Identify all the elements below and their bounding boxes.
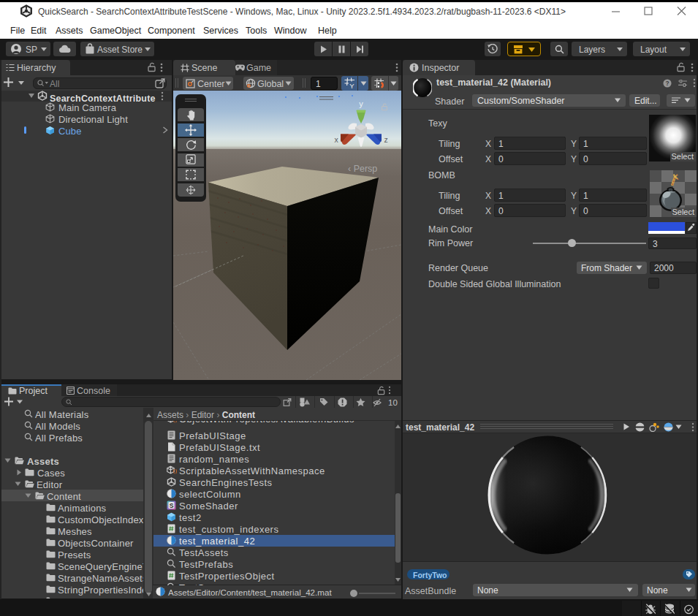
svg-text:z: z — [384, 135, 387, 144]
svg-text:x: x — [334, 135, 338, 144]
svg-text:y: y — [359, 99, 363, 108]
svg-text:‹ Persp: ‹ Persp — [348, 164, 377, 174]
svg-text:Select: Select — [671, 152, 694, 161]
svg-text:Y: Y — [349, 82, 354, 90]
svg-text:S: S — [170, 502, 174, 509]
svg-text:?: ? — [665, 80, 669, 87]
svg-text:Select: Select — [672, 208, 694, 216]
